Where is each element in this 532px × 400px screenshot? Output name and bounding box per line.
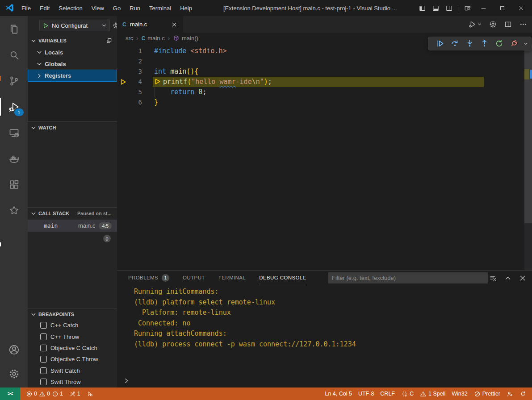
activity-item-explorer[interactable] [0, 16, 28, 42]
breakpoint-objective-c-catch[interactable]: Objective C Catch [28, 342, 117, 354]
breakpoints-section-header[interactable]: BREAKPOINTS [28, 308, 117, 320]
call-stack-section-header[interactable]: CALL STACK Paused on st... [28, 207, 117, 219]
variables-item-registers[interactable]: Registers [28, 70, 117, 82]
close-panel-icon[interactable] [519, 274, 527, 282]
status-debug-status[interactable] [84, 388, 96, 400]
breakpoint-c-catch[interactable]: C++ Catch [28, 320, 117, 331]
call-stack-row[interactable]: 0 [28, 233, 117, 245]
run-or-debug-icon [468, 20, 477, 29]
breadcrumb-item-main-c[interactable]: Cmain.c [142, 35, 165, 42]
breakpoint-objective-c-throw[interactable]: Objective C Throw [28, 354, 117, 365]
close-tab-icon[interactable] [171, 21, 178, 28]
debug-config-dropdown[interactable]: No Configurat [39, 20, 110, 31]
line-number[interactable]: 3 [117, 67, 142, 77]
panel-tab-debug-console[interactable]: DEBUG CONSOLE [259, 271, 306, 285]
variables-item-locals[interactable]: Locals [28, 46, 117, 58]
status-cursor-position[interactable]: Ln 4, Col 5 [322, 388, 355, 400]
debug-settings-gear-icon[interactable] [112, 21, 117, 29]
toggle-sidebar-icon[interactable] [415, 1, 429, 15]
panel-tab-problems[interactable]: PROBLEMS1 [128, 271, 169, 285]
activity-item-run-and-debug[interactable]: 1 [0, 94, 28, 120]
activity-item-star[interactable] [0, 197, 28, 223]
toggle-secondary-sidebar-icon[interactable] [442, 1, 456, 15]
status-language-mode[interactable]: C [398, 388, 417, 400]
debug-console-filter-input[interactable] [328, 272, 488, 283]
code-editor[interactable]: 1#include <stdio.h>23int main(){4printf(… [117, 44, 524, 270]
breakpoint-checkbox[interactable] [40, 322, 47, 329]
minimize-button[interactable] [474, 1, 493, 15]
more-actions-button[interactable] [519, 20, 528, 29]
breadcrumb-item-main[interactable]: main() [173, 35, 198, 42]
activity-item-account[interactable] [0, 338, 28, 362]
variables-section-header[interactable]: VARIABLES [28, 35, 117, 46]
tab-label: main.c [130, 21, 147, 28]
line-number[interactable]: 2 [117, 56, 142, 67]
breakpoint-c-throw[interactable]: C++ Throw [28, 331, 117, 342]
status-problems[interactable]: 001 [23, 388, 66, 400]
step-out-button[interactable] [479, 38, 490, 49]
line-number[interactable]: 1 [117, 46, 142, 56]
continue-button[interactable] [435, 38, 445, 49]
breakpoint-checkbox[interactable] [40, 367, 47, 374]
breakpoint-swift-catch[interactable]: Swift Catch [28, 365, 117, 376]
menu-help[interactable]: Help [176, 2, 197, 14]
activity-item-extensions[interactable] [0, 171, 28, 197]
customize-layout-icon[interactable] [461, 1, 474, 15]
line-number[interactable]: 6 [117, 97, 142, 108]
activity-item-source-control[interactable] [0, 68, 28, 94]
breadcrumb-item-src[interactable]: src [126, 35, 133, 42]
clear-console-icon[interactable] [489, 274, 497, 282]
menu-view[interactable]: View [87, 2, 109, 14]
menu-edit[interactable]: Edit [35, 2, 54, 14]
activity-item-settings[interactable] [0, 362, 28, 386]
menu-terminal[interactable]: Terminal [145, 2, 176, 14]
menu-selection[interactable]: Selection [54, 2, 87, 14]
remote-indicator[interactable]: >< [0, 388, 20, 400]
status-spell-checker[interactable]: 1 Spell [417, 388, 448, 400]
status-platform[interactable]: Win32 [448, 388, 470, 400]
maximize-button[interactable] [493, 1, 511, 15]
variables-body[interactable] [28, 82, 117, 121]
variables-item-globals[interactable]: Globals [28, 58, 117, 70]
status-eol[interactable]: CRLF [377, 388, 398, 400]
maximize-panel-icon[interactable] [504, 274, 512, 282]
status-tasks[interactable]: 1 [66, 388, 84, 400]
breakpoint-swift-throw[interactable]: Swift Throw [28, 376, 117, 388]
call-stack-frame[interactable]: main main.c 4:5 [28, 220, 117, 232]
watch-section-header[interactable]: WATCH [28, 121, 117, 133]
activity-item-remote-explorer[interactable] [0, 120, 28, 146]
menu-run[interactable]: Run [125, 2, 145, 14]
step-into-button[interactable] [464, 38, 475, 49]
editor-scrollbar[interactable] [524, 44, 532, 270]
restart-button[interactable] [494, 38, 504, 49]
activity-bar-marker [0, 242, 1, 246]
close-window-button[interactable] [511, 1, 530, 15]
disconnect-button[interactable] [508, 38, 519, 49]
status-formatter[interactable]: Prettier [471, 388, 503, 400]
menu-go[interactable]: Go [109, 2, 125, 14]
activity-item-docker[interactable] [0, 146, 28, 171]
line-number[interactable]: 4 [117, 77, 142, 87]
settings-gear-button[interactable] [489, 20, 497, 29]
thread-badge: 0 [103, 235, 111, 242]
copy-icon[interactable] [105, 37, 113, 44]
breakpoint-checkbox[interactable] [40, 333, 47, 340]
console-prompt-icon[interactable] [123, 377, 130, 384]
menu-file[interactable]: File [17, 2, 35, 14]
status-encoding[interactable]: UTF-8 [355, 388, 377, 400]
panel-tab-output[interactable]: OUTPUT [183, 271, 205, 285]
breakpoint-checkbox[interactable] [40, 356, 47, 362]
breakpoint-checkbox[interactable] [40, 379, 47, 385]
breakpoint-checkbox[interactable] [40, 345, 47, 351]
split-editor-button[interactable] [504, 20, 512, 29]
activity-item-search[interactable] [0, 42, 28, 68]
chevron-down-icon[interactable] [523, 41, 528, 46]
status-notifications[interactable] [516, 388, 529, 400]
step-over-button[interactable] [449, 38, 460, 49]
status-feedback[interactable] [503, 388, 516, 400]
run-or-debug-button[interactable] [468, 20, 482, 29]
toggle-panel-icon[interactable] [429, 1, 442, 15]
line-number[interactable]: 5 [117, 87, 142, 97]
tab-main-c[interactable]: C main.c [117, 16, 183, 33]
panel-tab-terminal[interactable]: TERMINAL [218, 271, 246, 285]
